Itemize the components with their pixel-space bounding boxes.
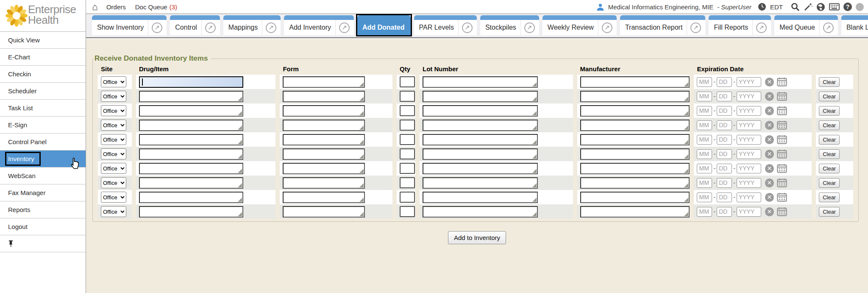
clear-date-icon[interactable]: ✕ xyxy=(765,106,774,115)
form-input[interactable] xyxy=(283,105,365,117)
drug-item-input[interactable] xyxy=(139,148,243,160)
exp-month-input[interactable] xyxy=(697,106,712,116)
tab-stockpiles[interactable]: Stockpiles xyxy=(480,15,539,35)
lot-number-input[interactable] xyxy=(423,91,538,102)
tab-med-queue[interactable]: Med Queue xyxy=(774,15,838,35)
sidebar-item-fax-manager[interactable]: Fax Manager xyxy=(0,184,86,201)
open-arrow-icon[interactable] xyxy=(152,22,162,33)
clear-date-icon[interactable]: ✕ xyxy=(765,92,774,101)
lot-number-input[interactable] xyxy=(423,120,538,131)
manufacturer-input[interactable] xyxy=(580,134,690,145)
site-select[interactable]: Office xyxy=(101,91,126,102)
exp-month-input[interactable] xyxy=(697,92,712,101)
calendar-icon[interactable] xyxy=(777,77,787,87)
tab-weekly-review[interactable]: Weekly Review xyxy=(542,15,617,35)
open-arrow-icon[interactable] xyxy=(524,22,535,33)
clear-date-icon[interactable]: ✕ xyxy=(765,78,774,87)
exp-year-input[interactable] xyxy=(737,207,761,217)
clear-row-button[interactable]: Clear xyxy=(819,77,840,87)
lot-number-input[interactable] xyxy=(423,105,538,117)
open-arrow-icon[interactable] xyxy=(205,22,216,33)
tab-fill-reports[interactable]: Fill Reports xyxy=(709,15,771,35)
exp-day-input[interactable] xyxy=(717,135,732,145)
manufacturer-input[interactable] xyxy=(580,76,690,88)
clear-date-icon[interactable]: ✕ xyxy=(765,164,774,173)
exp-day-input[interactable] xyxy=(717,178,732,188)
tab-blank-labels[interactable]: Blank Labels xyxy=(841,15,868,35)
site-select[interactable]: Office xyxy=(101,76,126,87)
exp-year-input[interactable] xyxy=(737,178,761,188)
site-select[interactable]: Office xyxy=(101,148,126,159)
qty-input[interactable] xyxy=(400,91,415,102)
sidebar-pin-row[interactable] xyxy=(0,235,86,252)
manufacturer-input[interactable] xyxy=(580,105,690,117)
sidebar-item-webscan[interactable]: WebScan xyxy=(0,167,86,184)
drug-item-input[interactable] xyxy=(139,206,243,218)
site-select[interactable]: Office xyxy=(101,206,126,217)
qty-input[interactable] xyxy=(400,76,415,87)
calendar-icon[interactable] xyxy=(777,149,787,159)
exp-year-input[interactable] xyxy=(737,77,761,87)
sidebar-item-quick-view[interactable]: Quick View xyxy=(0,32,86,49)
nav-link-doc-queue[interactable]: Doc Queue xyxy=(135,3,167,11)
open-arrow-icon[interactable] xyxy=(823,22,834,33)
manufacturer-input[interactable] xyxy=(580,177,690,189)
clear-date-icon[interactable]: ✕ xyxy=(765,150,774,159)
manufacturer-input[interactable] xyxy=(580,163,690,174)
calendar-icon[interactable] xyxy=(777,135,787,144)
form-input[interactable] xyxy=(283,76,365,88)
exp-month-input[interactable] xyxy=(697,149,712,159)
drug-item-input[interactable] xyxy=(139,163,243,174)
exp-year-input[interactable] xyxy=(737,135,761,145)
qty-input[interactable] xyxy=(400,177,415,188)
calendar-icon[interactable] xyxy=(777,207,787,216)
qty-input[interactable] xyxy=(400,206,415,217)
exp-year-input[interactable] xyxy=(737,149,761,159)
clear-row-button[interactable]: Clear xyxy=(819,207,840,217)
site-select[interactable]: Office xyxy=(101,163,126,174)
drug-item-input[interactable] xyxy=(139,105,243,117)
clear-row-button[interactable]: Clear xyxy=(819,149,840,159)
sidebar-item-reports[interactable]: Reports xyxy=(0,201,86,218)
add-to-inventory-button[interactable]: Add to Inventory xyxy=(448,231,506,244)
open-arrow-icon[interactable] xyxy=(690,22,701,33)
home-icon[interactable]: ⌂ xyxy=(92,2,98,12)
clear-row-button[interactable]: Clear xyxy=(819,106,840,116)
form-input[interactable] xyxy=(283,192,365,203)
form-input[interactable] xyxy=(283,134,365,145)
exp-day-input[interactable] xyxy=(717,77,732,87)
form-input[interactable] xyxy=(283,163,365,174)
drug-item-input[interactable] xyxy=(139,120,243,131)
sidebar-item-logout[interactable]: Logout xyxy=(0,218,86,235)
form-input[interactable] xyxy=(283,206,365,218)
clear-row-button[interactable]: Clear xyxy=(819,193,840,202)
tab-add-donated[interactable]: Add Donated xyxy=(357,15,411,35)
manufacturer-input[interactable] xyxy=(580,148,690,160)
tab-par-levels[interactable]: PAR Levels xyxy=(414,15,477,35)
tab-add-inventory[interactable]: Add Inventory xyxy=(284,15,354,35)
sidebar-item-e-chart[interactable]: E-Chart xyxy=(0,49,86,66)
lot-number-input[interactable] xyxy=(423,177,538,189)
calendar-icon[interactable] xyxy=(777,178,787,187)
clear-date-icon[interactable]: ✕ xyxy=(765,135,774,144)
open-arrow-icon[interactable] xyxy=(756,22,767,33)
exp-day-input[interactable] xyxy=(717,207,732,217)
clear-date-icon[interactable]: ✕ xyxy=(765,207,774,216)
lot-number-input[interactable] xyxy=(423,148,538,160)
site-select[interactable]: Office xyxy=(101,120,126,131)
exp-month-input[interactable] xyxy=(697,135,712,145)
exp-year-input[interactable] xyxy=(737,164,761,173)
qty-input[interactable] xyxy=(400,192,415,203)
form-input[interactable] xyxy=(283,120,365,131)
clear-date-icon[interactable]: ✕ xyxy=(765,193,774,202)
site-select[interactable]: Office xyxy=(101,192,126,203)
manufacturer-input[interactable] xyxy=(580,206,690,218)
exp-month-input[interactable] xyxy=(697,207,712,217)
lot-number-input[interactable] xyxy=(423,192,538,203)
lot-number-input[interactable] xyxy=(423,206,538,218)
manufacturer-input[interactable] xyxy=(580,120,690,131)
clear-row-button[interactable]: Clear xyxy=(819,164,840,173)
clear-row-button[interactable]: Clear xyxy=(819,120,840,130)
site-select[interactable]: Office xyxy=(101,105,126,116)
exp-month-input[interactable] xyxy=(697,77,712,87)
